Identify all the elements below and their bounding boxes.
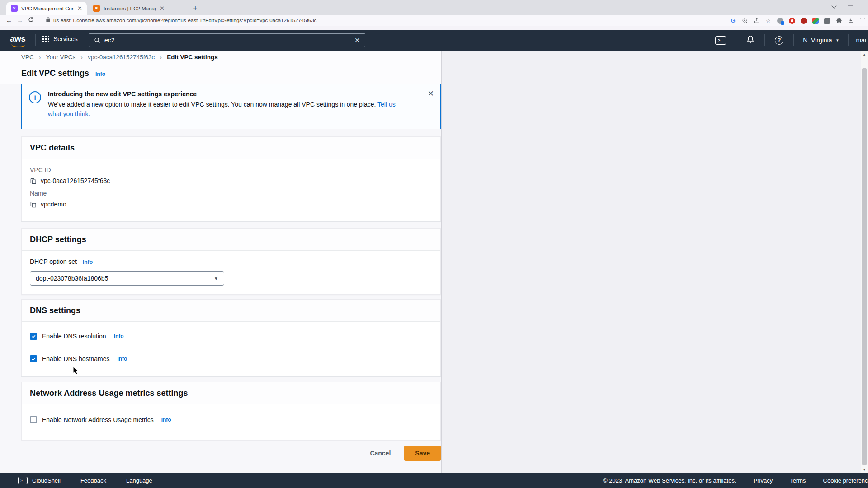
check-icon xyxy=(31,334,36,339)
check-icon xyxy=(31,357,36,361)
vpc-id-value: vpc-0aca126152745f63c xyxy=(41,177,110,184)
right-gutter xyxy=(441,51,861,473)
dns-hostnames-checkbox[interactable] xyxy=(30,355,37,362)
vpc-name-label: Name xyxy=(30,190,432,197)
zoom-in-icon[interactable] xyxy=(741,17,749,24)
dhcp-option-set-label: DHCP option set xyxy=(30,258,77,265)
notifications-button[interactable] xyxy=(736,35,764,45)
scrollbar-thumb[interactable] xyxy=(862,68,867,465)
chevron-down-icon: ▼ xyxy=(836,38,840,42)
extension-1-icon[interactable] xyxy=(776,17,784,24)
footer-language-link[interactable]: Language xyxy=(126,477,152,484)
dns-resolution-info-link[interactable]: Info xyxy=(114,333,124,339)
navbar-divider xyxy=(35,34,36,46)
footer-cloudshell-label: CloudShell xyxy=(32,477,61,484)
browser-toolbar: ← → us-east-1.console.aws.amazon.com/vpc… xyxy=(0,15,868,26)
search-clear-icon[interactable]: ✕ xyxy=(354,37,360,44)
url-bar[interactable]: us-east-1.console.aws.amazon.com/vpc/hom… xyxy=(53,18,316,23)
banner-close-icon[interactable]: ✕ xyxy=(428,89,434,99)
window-chevron-icon[interactable] xyxy=(831,3,837,9)
extensions-puzzle-icon[interactable] xyxy=(835,17,843,24)
dns-resolution-checkbox[interactable] xyxy=(30,333,37,340)
mouse-cursor xyxy=(73,366,80,375)
breadcrumb-your-vpcs[interactable]: Your VPCs xyxy=(46,54,76,61)
reload-icon[interactable] xyxy=(25,17,36,24)
aws-logo[interactable]: aws xyxy=(10,34,29,47)
footer-terms-link[interactable]: Terms xyxy=(790,477,806,484)
google-icon[interactable]: G xyxy=(729,17,737,24)
cancel-button[interactable]: Cancel xyxy=(370,450,391,457)
extension-5-icon[interactable] xyxy=(823,17,831,24)
nau-metrics-label[interactable]: Enable Network Address Usage metrics xyxy=(42,416,154,423)
breadcrumb-separator-icon: › xyxy=(80,53,83,61)
copy-icon[interactable] xyxy=(30,178,37,184)
breadcrumb-vpc[interactable]: VPC xyxy=(21,54,34,61)
copy-icon[interactable] xyxy=(30,201,37,208)
services-label: Services xyxy=(53,35,78,42)
nau-metrics-checkbox[interactable] xyxy=(30,416,37,423)
region-selector[interactable]: N. Virginia ▼ xyxy=(794,37,848,44)
page-title: Edit VPC settings xyxy=(21,69,89,78)
dns-hostnames-info-link[interactable]: Info xyxy=(117,356,127,362)
dns-settings-heading: DNS settings xyxy=(22,300,440,322)
select-caret-icon: ▼ xyxy=(214,276,218,281)
dhcp-info-link[interactable]: Info xyxy=(83,259,93,265)
tab-vpc-console[interactable]: V VPC Management Console ✕ xyxy=(6,2,87,15)
extension-2-icon[interactable] xyxy=(788,17,796,24)
banner-body-text: We've added a new option to make it easi… xyxy=(48,101,376,108)
tab-ec2-console[interactable]: E Instances | EC2 Management Co ✕ xyxy=(89,2,169,15)
extension-4-icon[interactable] xyxy=(811,17,819,24)
vpc-name-value: vpcdemo xyxy=(41,201,66,208)
lock-icon[interactable] xyxy=(42,17,53,24)
dns-settings-panel: DNS settings Enable DNS resolution Info … xyxy=(21,299,441,376)
downloads-icon[interactable] xyxy=(847,17,854,24)
nau-settings-panel: Network Address Usage metrics settings E… xyxy=(21,382,441,441)
bookmark-star-icon[interactable]: ☆ xyxy=(764,17,772,24)
scroll-up-icon[interactable]: ▲ xyxy=(861,52,868,58)
vpc-favicon-icon: V xyxy=(11,5,18,12)
nau-metrics-info-link[interactable]: Info xyxy=(161,417,171,423)
search-icon xyxy=(94,37,100,43)
page-top-strip xyxy=(0,26,868,30)
footer-privacy-link[interactable]: Privacy xyxy=(754,477,773,484)
back-icon[interactable]: ← xyxy=(4,17,14,24)
nau-settings-heading: Network Address Usage metrics settings xyxy=(22,382,440,404)
profile-icon[interactable] xyxy=(859,17,866,24)
dhcp-selected-option: dopt-023078b36fa1806b5 xyxy=(36,275,108,282)
tab-title: VPC Management Console xyxy=(21,6,74,11)
scroll-down-icon[interactable]: ▼ xyxy=(861,467,868,473)
banner-title: Introducing the new edit VPC settings ex… xyxy=(48,90,401,98)
tab-close-icon[interactable]: ✕ xyxy=(77,5,82,11)
breadcrumb-vpc-id[interactable]: vpc-0aca126152745f63c xyxy=(88,54,155,61)
dns-resolution-label[interactable]: Enable DNS resolution xyxy=(42,333,106,340)
window-minimize-icon[interactable] xyxy=(848,5,853,6)
breadcrumb-current: Edit VPC settings xyxy=(167,54,218,61)
aws-logo-text: aws xyxy=(10,34,25,43)
help-button[interactable]: ? xyxy=(765,36,793,45)
extension-3-icon[interactable] xyxy=(800,17,807,24)
footer-cookie-link[interactable]: Cookie preferences xyxy=(823,477,868,484)
share-icon[interactable] xyxy=(753,17,760,24)
navbar-search-input[interactable]: ec2 ✕ xyxy=(89,33,365,47)
search-query-text: ec2 xyxy=(104,37,115,44)
vpc-details-heading: VPC details xyxy=(22,137,440,159)
footer-feedback-link[interactable]: Feedback xyxy=(80,477,106,484)
save-button[interactable]: Save xyxy=(404,446,441,461)
question-icon: ? xyxy=(775,36,783,45)
page-title-info-link[interactable]: Info xyxy=(95,71,105,77)
forward-icon[interactable]: → xyxy=(14,17,25,24)
dhcp-settings-panel: DHCP settings DHCP option set Info dopt-… xyxy=(21,228,441,295)
cloudshell-terminal-icon: >_ xyxy=(715,36,726,45)
new-tab-button[interactable]: + xyxy=(190,3,201,14)
breadcrumb: VPC › Your VPCs › vpc-0aca126152745f63c … xyxy=(21,53,218,61)
services-menu[interactable]: Services xyxy=(42,35,78,42)
vpc-details-panel: VPC details VPC ID vpc-0aca126152745f63c… xyxy=(21,136,441,221)
cloudshell-button[interactable]: >_ xyxy=(705,36,736,45)
account-menu[interactable]: mai xyxy=(849,37,868,44)
footer-cloudshell-button[interactable]: >_ CloudShell xyxy=(18,477,61,484)
page-scrollbar[interactable]: ▲ ▼ xyxy=(861,51,868,473)
dhcp-option-set-select[interactable]: dopt-023078b36fa1806b5 ▼ xyxy=(30,271,224,286)
tab-close-icon[interactable]: ✕ xyxy=(160,5,165,11)
dns-hostnames-label[interactable]: Enable DNS hostnames xyxy=(42,355,109,362)
aws-smile-icon xyxy=(11,43,25,47)
